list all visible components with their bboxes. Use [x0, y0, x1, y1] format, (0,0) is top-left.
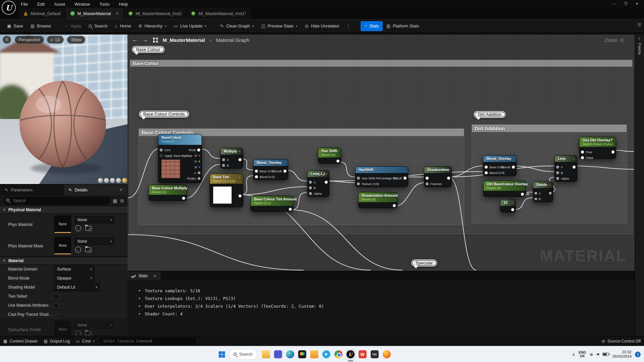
stats-close-icon[interactable]: ✕ — [153, 274, 156, 278]
asset-thumbnail[interactable]: None — [54, 216, 71, 233]
save-button[interactable]: ▣Save — [3, 21, 27, 31]
details-tab-parameters[interactable]: ✎Parameters — [0, 184, 64, 195]
stats-tab[interactable]: Stats ✕ — [127, 272, 161, 280]
section-header-physical-material[interactable]: ▼Physical Material — [0, 206, 127, 214]
select-material-domain[interactable]: Surface▾ — [54, 265, 95, 273]
pin[interactable] — [198, 177, 200, 180]
clock[interactable]: 23:3226/03/2024 — [612, 350, 632, 359]
pin[interactable] — [549, 192, 551, 194]
tab-mi_mastermaterial_inst2[interactable]: MI_MasterMaterial_Inst2 — [124, 8, 187, 19]
checkbox-use-material-attributes[interactable] — [54, 303, 59, 308]
tab-minimal_default[interactable]: Minimal_Default — [19, 8, 66, 19]
browse-asset-icon[interactable] — [85, 331, 91, 336]
pin[interactable] — [198, 172, 200, 174]
node-lerp-2[interactable]: Lerp⌄ABAlpha — [554, 155, 577, 182]
comment-bubble-base-colour[interactable]: Base Colour — [131, 46, 165, 53]
palette-sidebar-tab[interactable]: ≡ Palette — [635, 35, 644, 336]
use-selected-asset-icon[interactable]: ← — [75, 247, 81, 253]
preview-shape-custom-button[interactable] — [122, 178, 127, 183]
node-collapse-icon[interactable]: ⌄ — [511, 200, 514, 204]
node-collapse-icon[interactable]: ⌃ — [197, 135, 200, 139]
taskbar-search[interactable]: Search — [229, 349, 257, 360]
node-desaturation-amount[interactable]: Desaturation AmountParam (0) — [358, 192, 397, 208]
show-button[interactable]: Show — [67, 36, 85, 44]
asset-thumbnail[interactable]: None — [54, 321, 71, 336]
taskbar-app-teams[interactable] — [273, 349, 283, 360]
node-base-colour-tint-amount[interactable]: Base Colour Tint AmountParam (0.1) — [251, 196, 293, 212]
unreal-logo-icon[interactable]: U — [2, 1, 16, 15]
node-basecolour[interactable]: BaseColourParam2D⌃UVsApply View MipBiasR… — [158, 134, 202, 183]
color-swatch[interactable] — [213, 186, 232, 204]
pin[interactable] — [255, 175, 258, 178]
search-button[interactable]: Search — [85, 21, 111, 31]
menu-item-edit[interactable]: Edit — [37, 2, 45, 7]
pin[interactable] — [485, 166, 488, 169]
volume-icon[interactable] — [596, 353, 599, 356]
details-tab-close-icon[interactable]: ✕ — [119, 188, 122, 192]
menu-item-file[interactable]: File — [21, 2, 28, 7]
pin[interactable] — [581, 156, 584, 159]
node-lerp-1[interactable]: Lerp(,1,)⌄ABAlpha — [307, 170, 329, 197]
node-multiply[interactable]: Multiply⌄AB — [220, 148, 243, 169]
node-base-tint[interactable]: Base TintParam (1,1,1,0)⌄ — [210, 174, 243, 207]
settings-gear-icon[interactable]: ⚙ — [120, 198, 124, 203]
node-collapse-icon[interactable]: ⌄ — [324, 172, 327, 175]
menu-item-help[interactable]: Help — [119, 2, 128, 7]
toolbar-options-icon[interactable]: ☰ — [637, 22, 641, 27]
node-blend-overlay-2[interactable]: Blend_OverlayBase (V3)ResultBlend (V3) — [483, 155, 517, 176]
comment-bubble-specular[interactable]: Specular — [411, 259, 437, 267]
pin[interactable] — [197, 148, 200, 152]
node-collapse-icon[interactable]: ⌄ — [548, 183, 551, 186]
pin[interactable] — [160, 154, 163, 157]
close-button[interactable]: ✕ — [631, 0, 643, 7]
node-collapse-icon[interactable]: ⌄ — [336, 149, 339, 152]
node-dirt-basecolour-overlay[interactable]: Dirt BaseColour OverlayParam (0) — [483, 181, 526, 197]
apply-button[interactable]: ✓Apply — [61, 21, 85, 31]
material-graph-canvas[interactable]: ← → M_MasterMaterial › Material Graph Zo… — [127, 35, 635, 271]
pin[interactable] — [556, 166, 559, 169]
pin[interactable] — [535, 192, 537, 194]
pin[interactable] — [255, 170, 258, 173]
taskbar-app-firefox[interactable] — [382, 349, 392, 360]
comment-bubble-base-colour-controls[interactable]: Base Colour Controls — [139, 110, 190, 118]
asset-select[interactable]: None▾ — [74, 321, 114, 328]
perspective-button[interactable]: Perspective — [15, 36, 44, 44]
hide-unrelated-button[interactable]: ◎Hide Unrelated — [301, 21, 343, 31]
pin[interactable] — [289, 208, 292, 211]
asset-select[interactable]: None▾ — [74, 216, 114, 223]
viewport-menu-icon[interactable]: ☰ — [3, 36, 11, 44]
live-update-button[interactable]: ▭Live Update▾ — [170, 21, 210, 31]
source-control-button[interactable]: ⊘ Source Control Off — [602, 339, 641, 344]
stats-button[interactable]: ◔Stats — [361, 21, 382, 31]
minimize-button[interactable]: ─ — [608, 0, 620, 7]
checkbox-two-sided[interactable] — [54, 294, 59, 299]
pin[interactable] — [222, 158, 225, 161]
node-collapse-icon[interactable]: ⌄ — [572, 157, 575, 160]
pin[interactable] — [309, 181, 312, 184]
pin[interactable] — [309, 192, 312, 195]
pin[interactable] — [199, 155, 200, 157]
tab-m_mastermaterial[interactable]: M_MasterMaterial✕ — [66, 8, 124, 19]
taskbar-app-files[interactable] — [309, 349, 319, 360]
node-collapse-icon[interactable]: ⌄ — [447, 168, 449, 171]
pin[interactable] — [199, 166, 200, 168]
pin[interactable] — [535, 198, 537, 200]
pin[interactable] — [357, 177, 360, 180]
platform-stats-button[interactable]: ▥Platform Stats — [383, 21, 423, 31]
menu-item-window[interactable]: Window — [74, 2, 90, 7]
pin[interactable] — [393, 204, 396, 207]
node-hue-shift[interactable]: Hue ShiftParam (0)⌄ — [318, 147, 341, 164]
home-button[interactable]: ⌂Home — [111, 21, 135, 31]
taskbar-app-edge[interactable] — [285, 349, 295, 360]
column-view-icon[interactable]: ▦ — [113, 198, 117, 203]
hierarchy-button[interactable]: ≣Hierarchy▾ — [135, 21, 170, 31]
pin[interactable] — [404, 177, 407, 180]
node-use-dirt-overlay[interactable]: Use Dirt Overlay?Switch Param (False)Tru… — [579, 137, 616, 159]
pin[interactable] — [581, 150, 584, 154]
use-selected-asset-icon[interactable]: ← — [75, 330, 81, 336]
asset-select[interactable]: None▾ — [74, 238, 114, 245]
console-command-input[interactable] — [100, 338, 196, 345]
preview-shape-plane-button[interactable] — [116, 178, 121, 183]
select-shading-model[interactable]: Default Lit▾ — [54, 284, 100, 291]
content-drawer-button[interactable]: ▦ Content Drawer — [3, 339, 38, 344]
